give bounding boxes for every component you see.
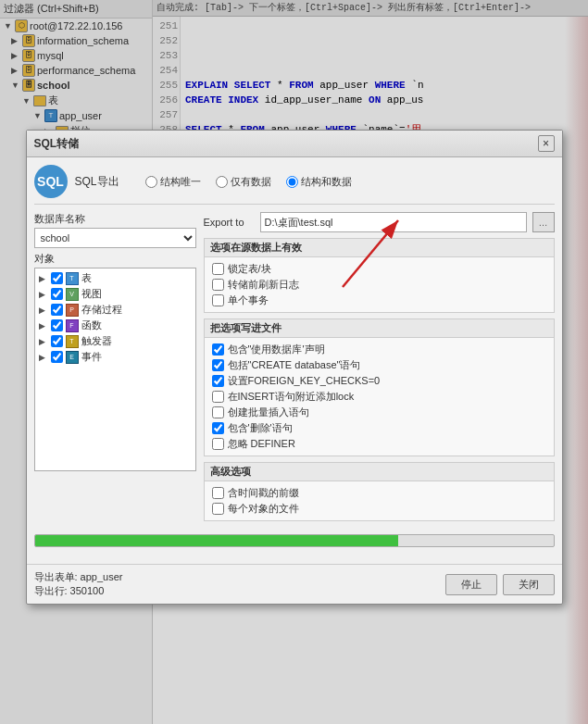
dialog-top-bar: SQL SQL导出 结构唯一 仅有数据 结构和数据	[34, 165, 555, 205]
radio-structure-only-input[interactable]	[145, 176, 157, 188]
opt-flush-log[interactable]: 转储前刷新日志	[212, 277, 546, 293]
opt-single-txn-checkbox[interactable]	[212, 294, 224, 306]
opt-single-txn-label: 单个事务	[228, 293, 269, 307]
opt-per-object-file-label: 每个对象的文件	[228, 502, 299, 516]
opt-ignore-definer[interactable]: 忽略 DEFINER	[212, 436, 546, 452]
dialog-titlebar: SQL转储 ×	[27, 131, 562, 157]
opt-fk-checks-checkbox[interactable]	[212, 375, 224, 387]
dialog-overlay: SQL转储 × SQL SQL导出 结构唯一 仅有数据	[0, 0, 588, 724]
opt-use-db[interactable]: 包含"使用数据库'声明	[212, 342, 546, 357]
dialog-body: SQL SQL导出 结构唯一 仅有数据 结构和数据	[27, 157, 562, 558]
obj-events[interactable]: ▶ E 事件	[37, 349, 194, 365]
view-icon: V	[66, 288, 79, 301]
opt-fk-checks[interactable]: 设置FOREIGN_KEY_CHECKS=0	[212, 373, 546, 389]
opt-ignore-definer-label: 忽略 DEFINER	[228, 437, 295, 451]
obj-funcs[interactable]: ▶ F 函数	[37, 318, 194, 333]
radio-structure-data-input[interactable]	[286, 176, 298, 188]
expand-icon: ▶	[39, 353, 48, 362]
radio-group: 结构唯一 仅有数据 结构和数据	[145, 175, 352, 189]
advanced-options-body: 含时间戳的前缀 每个对象的文件	[205, 481, 554, 520]
left-panel: 数据库名称 school 对象 ▶ T 表	[34, 212, 196, 527]
radio-structure-only-label: 结构唯一	[160, 175, 201, 189]
browse-button[interactable]: …	[532, 212, 555, 232]
export-path-input[interactable]	[260, 212, 527, 232]
trigger-icon: T	[66, 335, 79, 348]
obj-funcs-checkbox[interactable]	[51, 319, 63, 331]
footer-buttons: 停止 关闭	[445, 574, 555, 595]
sql-dump-dialog: SQL转储 × SQL SQL导出 结构唯一 仅有数据	[26, 130, 563, 605]
opt-lock-table[interactable]: 锁定表/块	[212, 261, 546, 277]
opt-single-txn[interactable]: 单个事务	[212, 293, 546, 308]
func-icon: F	[66, 319, 79, 332]
export-row-label: 导出行: 350100	[34, 584, 123, 598]
stop-button[interactable]: 停止	[445, 574, 497, 595]
opt-ignore-definer-checkbox[interactable]	[212, 438, 224, 450]
obj-procs[interactable]: ▶ P 存储过程	[37, 302, 194, 318]
obj-tables[interactable]: ▶ T 表	[37, 270, 194, 286]
radio-data-only-input[interactable]	[216, 176, 228, 188]
radio-structure-only[interactable]: 结构唯一	[145, 175, 201, 189]
expand-icon: ▶	[39, 306, 48, 315]
event-icon: E	[66, 351, 79, 364]
opt-include-drop[interactable]: 包含'删除'语句	[212, 420, 546, 436]
opt-per-object-file-checkbox[interactable]	[212, 503, 224, 515]
export-status: 导出表单: app_user 导出行: 350100	[34, 570, 123, 598]
db-name-label: 数据库名称	[34, 212, 196, 226]
icon-text: SQL	[37, 174, 64, 189]
right-panel: Export to … 选项在源数据上有效 锁定表/块	[204, 212, 555, 527]
opt-timestamp-prefix-checkbox[interactable]	[212, 487, 224, 499]
obj-events-checkbox[interactable]	[51, 351, 63, 363]
write-options-section: 把选项写进文件 包含"使用数据库'声明 包括"CREATE database"语…	[204, 318, 555, 456]
opt-insert-lock-label: 在INSERT语句附近添加lock	[228, 390, 355, 404]
objects-label: 对象	[34, 252, 196, 266]
opt-create-db-label: 包括"CREATE database"语句	[228, 358, 361, 372]
expand-icon: ▶	[39, 290, 48, 299]
obj-tables-checkbox[interactable]	[51, 272, 63, 284]
write-options-body: 包含"使用数据库'声明 包括"CREATE database"语句 设置FORE…	[205, 338, 554, 456]
close-button[interactable]: ×	[538, 135, 555, 152]
obj-events-label: 事件	[81, 350, 102, 364]
opt-batch-insert[interactable]: 创建批量插入语句	[212, 405, 546, 420]
opt-create-db[interactable]: 包括"CREATE database"语句	[212, 357, 546, 373]
radio-data-only-label: 仅有数据	[231, 175, 271, 189]
opt-timestamp-prefix[interactable]: 含时间戳的前缀	[212, 485, 546, 501]
opt-insert-lock[interactable]: 在INSERT语句附近添加lock	[212, 389, 546, 405]
opt-include-drop-label: 包含'删除'语句	[228, 421, 293, 435]
opt-batch-insert-checkbox[interactable]	[212, 406, 224, 418]
radio-structure-data[interactable]: 结构和数据	[286, 175, 352, 189]
obj-triggers-checkbox[interactable]	[51, 335, 63, 347]
opt-lock-table-label: 锁定表/块	[228, 262, 271, 276]
db-name-row: school	[34, 228, 196, 248]
dialog-footer: 导出表单: app_user 导出行: 350100 停止 关闭	[27, 564, 562, 604]
db-select[interactable]: school	[34, 228, 196, 248]
object-tree: ▶ T 表 ▶ V 视图 ▶	[34, 268, 196, 471]
obj-views[interactable]: ▶ V 视图	[37, 286, 194, 302]
source-options-section: 选项在源数据上有效 锁定表/块 转储前刷新日志	[204, 238, 555, 313]
opt-flush-log-label: 转储前刷新日志	[228, 278, 299, 292]
opt-per-object-file[interactable]: 每个对象的文件	[212, 501, 546, 517]
dialog-title: SQL转储	[34, 136, 80, 152]
table-icon: T	[66, 272, 79, 285]
proc-icon: P	[66, 304, 79, 317]
opt-use-db-checkbox[interactable]	[212, 343, 224, 356]
opt-flush-log-checkbox[interactable]	[212, 279, 224, 291]
obj-procs-checkbox[interactable]	[51, 304, 63, 316]
opt-lock-table-checkbox[interactable]	[212, 263, 224, 275]
opt-include-drop-checkbox[interactable]	[212, 422, 224, 434]
write-options-header: 把选项写进文件	[205, 319, 554, 338]
advanced-options-header: 高级选项	[205, 463, 554, 481]
progress-bar-outer	[34, 534, 555, 547]
obj-triggers[interactable]: ▶ T 触发器	[37, 333, 194, 349]
export-to-label: Export to	[204, 217, 255, 228]
advanced-options-section: 高级选项 含时间戳的前缀 每个对象的文件	[204, 462, 555, 521]
radio-data-only[interactable]: 仅有数据	[216, 175, 271, 189]
dialog-close-button[interactable]: 关闭	[503, 574, 555, 595]
opt-insert-lock-checkbox[interactable]	[212, 391, 224, 403]
opt-create-db-checkbox[interactable]	[212, 359, 224, 371]
obj-tables-label: 表	[81, 271, 92, 285]
expand-icon: ▶	[39, 321, 48, 331]
export-table-label: 导出表单: app_user	[34, 570, 123, 584]
opt-batch-insert-label: 创建批量插入语句	[228, 406, 309, 419]
obj-views-checkbox[interactable]	[51, 288, 63, 300]
opt-use-db-label: 包含"使用数据库'声明	[228, 343, 325, 356]
